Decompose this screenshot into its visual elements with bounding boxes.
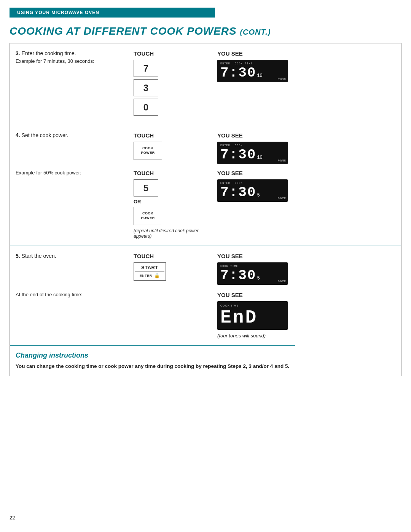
lock-icon: 🔒 — [154, 273, 160, 278]
step4-yousee-col2: YOU SEE ENTER COOK 7:30 5 POWER — [213, 170, 297, 202]
step3-touch-label: TOUCH — [134, 50, 210, 57]
step4-yousee-label2: YOU SEE — [217, 170, 293, 176]
step5-desc: 5. Start the oven. — [16, 253, 130, 259]
step5-end-label1: COOK TIME — [220, 304, 239, 307]
cook-power-btn-1[interactable]: COOKPOWER — [134, 142, 162, 160]
changing-section: Changing instructions You can change the… — [10, 346, 295, 376]
step4-number: 4. — [16, 132, 20, 138]
step3-example: Example for 7 minutes, 30 seconds: — [16, 58, 122, 64]
step3-display-label2: COOK TIME — [235, 62, 253, 65]
enter-row: ENTER 🔒 — [135, 273, 164, 278]
step4-d1-label2: COOK — [235, 144, 243, 147]
step4-display2-labels: ENTER COOK — [220, 182, 285, 185]
step3-yousee-col: YOU SEE ENTER COOK TIME 7:30 10 POWER — [213, 50, 297, 82]
step4-display2: ENTER COOK 7:30 5 POWER — [217, 179, 288, 202]
step5-yousee-label: YOU SEE — [217, 253, 293, 259]
step5-d1-time: 7:30 — [220, 269, 256, 283]
step5-display-end: COOK TIME EnD — [217, 301, 288, 330]
step3-touch-col: TOUCH 7 3 0 — [130, 50, 213, 118]
step4-d1-power-label: POWER — [278, 159, 286, 162]
step5-yousee-label2: YOU SEE — [217, 292, 293, 298]
step4-desc2: Example for 50% cook power: — [16, 170, 130, 176]
step4-touch-label: TOUCH — [134, 132, 210, 139]
step5-display1-main: 7:30 5 — [220, 269, 285, 283]
step3-display-label1: ENTER — [220, 62, 230, 65]
step5-end-labels: COOK TIME — [220, 304, 285, 307]
step4-touch-label2: TOUCH — [134, 170, 210, 176]
page-title-cont: (Cont.) — [240, 28, 271, 36]
page-number: 22 — [10, 515, 15, 521]
enter-label: ENTER — [140, 274, 152, 278]
step3-power-label: POWER — [278, 77, 286, 80]
step4-yousee-col: YOU SEE ENTER COOK 7:30 10 POWER — [213, 132, 297, 164]
start-text: START — [135, 265, 164, 272]
step5-d1-power-label: POWER — [278, 280, 286, 283]
step3-row: 3. Enter the cooking time. Example for 7… — [10, 43, 401, 125]
page-title: Cooking at Different Cook Powers (Cont.) — [10, 25, 401, 37]
step5-end-text-display: EnD — [220, 308, 285, 327]
start-enter-btn[interactable]: START ENTER 🔒 — [134, 262, 166, 281]
page-title-main: Cooking at Different Cook Powers — [10, 25, 237, 37]
changing-title: Changing instructions — [16, 351, 289, 359]
repeat-text: (repeat until desired cook power appears… — [134, 228, 210, 239]
step3-display-power: 10 — [257, 73, 262, 78]
step5-text: Start the oven. — [22, 253, 56, 259]
step3-display-labels: ENTER COOK TIME — [220, 62, 285, 65]
step4-display2-main: 7:30 5 — [220, 186, 285, 200]
step4-display1-labels: ENTER COOK — [220, 144, 285, 147]
step5-number: 5. — [16, 253, 20, 259]
step4-text: Set the cook power. — [22, 132, 68, 138]
step3-yousee-label: YOU SEE — [217, 50, 293, 57]
step4-d2-time: 7:30 — [220, 186, 256, 200]
key-7[interactable]: 7 — [134, 60, 158, 77]
step5-display1-labels: COOK TIME — [220, 265, 285, 268]
step5-yousee-col: YOU SEE COOK TIME 7:30 5 POWER — [213, 253, 297, 285]
step5-d1-label1: COOK TIME — [220, 265, 238, 268]
key-0[interactable]: 0 — [134, 99, 158, 116]
step4-display1-main: 7:30 10 — [220, 148, 285, 162]
step5-row: 5. Start the oven. TOUCH START ENTER 🔒 Y… — [10, 246, 401, 376]
step4-touch-col2: TOUCH 5 OR COOKPOWER (repeat until desir… — [130, 170, 213, 239]
step5-end-desc: At the end of the cooking time: — [16, 292, 130, 297]
key-5[interactable]: 5 — [134, 179, 158, 197]
step4-desc: 4. Set the cook power. — [16, 132, 130, 138]
step5-display1: COOK TIME 7:30 5 POWER — [217, 262, 288, 285]
step5-touch-col: TOUCH START ENTER 🔒 — [130, 253, 213, 281]
four-tones: (four tones will sound) — [217, 333, 293, 339]
step3-display: ENTER COOK TIME 7:30 10 POWER — [217, 60, 288, 82]
step4-d2-label1: ENTER — [220, 182, 230, 185]
step4-d2-power: 5 — [257, 193, 260, 198]
step4-yousee-label: YOU SEE — [217, 132, 293, 139]
step4-touch-col: TOUCH COOKPOWER — [130, 132, 213, 160]
step5-touch-label: TOUCH — [134, 253, 210, 259]
instruction-box: 3. Enter the cooking time. Example for 7… — [10, 43, 401, 376]
step4-example: Example for 50% cook power: — [16, 170, 122, 176]
step3-text: Enter the cooking time. — [22, 50, 76, 56]
step4-d1-time: 7:30 — [220, 148, 256, 162]
main-content: Cooking at Different Cook Powers (Cont.)… — [0, 18, 411, 403]
cook-power-btn-2[interactable]: COOKPOWER — [134, 207, 162, 225]
step4-d1-power: 10 — [257, 155, 262, 160]
step4-d2-label2: COOK — [235, 182, 243, 185]
changing-body: You can change the cooking time or cook … — [16, 363, 289, 370]
step3-number: 3. — [16, 50, 20, 56]
header-banner: USING YOUR MICROWAVE OVEN — [10, 8, 215, 18]
step5-end-text: At the end of the cooking time: — [16, 292, 122, 297]
step3-desc: 3. Enter the cooking time. Example for 7… — [16, 50, 130, 64]
key-3[interactable]: 3 — [134, 79, 158, 96]
step4-display1: ENTER COOK 7:30 10 POWER — [217, 142, 288, 164]
step3-display-time: 7:30 — [220, 66, 256, 80]
step4-d2-power-label: POWER — [278, 197, 286, 200]
step3-display-main: 7:30 10 — [220, 66, 285, 80]
step5-d1-power: 5 — [257, 276, 260, 281]
step5-end-yousee-col: YOU SEE COOK TIME EnD (four tones will s… — [213, 292, 297, 339]
step4-d1-label1: ENTER — [220, 144, 230, 147]
step4-row: 4. Set the cook power. TOUCH COOKPOWER Y… — [10, 125, 401, 246]
or-text: OR — [134, 199, 210, 204]
